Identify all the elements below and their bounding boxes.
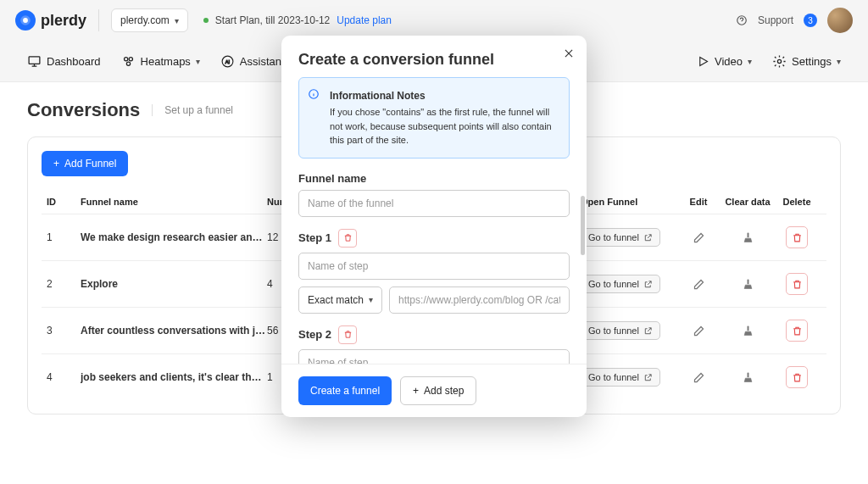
col-name: Funnel name [81,197,267,207]
update-plan-link[interactable]: Update plan [337,14,392,26]
svg-point-6 [126,62,130,65]
svg-marker-9 [700,57,708,65]
trash-icon [792,232,803,243]
add-step-button[interactable]: + Add step [400,376,476,405]
external-link-icon [643,233,653,242]
create-funnel-button[interactable]: Create a funnel [298,376,392,405]
divider [98,9,99,31]
play-icon [697,55,709,68]
modal-title: Create a conversion funnel [298,51,570,69]
delete-step-button[interactable] [338,229,357,248]
broom-icon [742,325,754,337]
clear-button[interactable] [737,273,759,295]
cell-name: After countless conversations with job… [81,325,267,337]
pencil-icon [693,325,705,337]
svg-point-1 [23,18,28,23]
info-body: If you chose "contains" as the first rul… [330,105,559,147]
cell-name: job seekers and clients, it's clear ther… [81,371,267,383]
cell-id: 3 [47,325,81,337]
edit-button[interactable] [687,320,709,342]
info-note: Informational Notes If you chose "contai… [298,77,570,159]
broom-icon [742,371,754,384]
step-1-url-input[interactable] [389,287,570,314]
heatmap-icon [121,54,136,69]
step-1-name-input[interactable] [298,253,570,280]
clear-button[interactable] [737,366,759,388]
chevron-down-icon: ▾ [748,57,752,66]
pencil-icon [693,278,705,291]
funnel-name-input[interactable] [298,190,570,217]
add-funnel-button[interactable]: + Add Funnel [42,151,128,176]
go-to-funnel-button[interactable]: Go to funnel [581,228,660,247]
go-label: Go to funnel [588,372,639,382]
delete-button[interactable] [786,366,808,388]
clear-button[interactable] [737,226,759,248]
delete-button[interactable] [786,320,808,342]
step-2-name-input[interactable] [298,349,570,364]
info-icon [308,88,320,100]
trash-icon [343,233,353,242]
external-link-icon [643,326,653,336]
scrollbar[interactable] [581,196,585,255]
brand-logo[interactable]: plerdy [15,10,86,31]
go-label: Go to funnel [588,279,639,289]
chevron-down-icon: ▾ [369,295,373,304]
svg-text:AI: AI [225,58,231,64]
trash-icon [792,325,803,337]
funnel-name-label: Funnel name [298,172,570,185]
site-selector-label: plerdy.com [120,14,170,26]
clear-button[interactable] [737,320,759,342]
chevron-down-icon: ▾ [837,57,841,66]
add-funnel-label: Add Funnel [64,158,116,170]
cell-id: 4 [47,371,81,383]
support-count-badge: 3 [804,14,817,27]
create-funnel-modal: Create a conversion funnel Informational… [281,36,587,417]
brand-name: plerdy [41,12,86,30]
edit-button[interactable] [687,366,709,388]
go-to-funnel-button[interactable]: Go to funnel [581,275,660,293]
trash-icon [343,330,353,339]
cell-name: Explore [81,278,267,290]
step-2-label: Step 2 [298,328,331,341]
chevron-down-icon: ▾ [175,16,179,25]
nav-label: Assistant [240,55,285,68]
nav-heatmaps[interactable]: Heatmaps ▾ [121,54,200,69]
step-1-label: Step 1 [298,231,331,244]
go-to-funnel-button[interactable]: Go to funnel [581,368,660,387]
ai-icon: AI [220,54,235,69]
svg-point-5 [129,57,132,60]
pencil-icon [693,231,705,244]
external-link-icon [643,280,653,289]
broom-icon [742,231,754,244]
edit-button[interactable] [687,273,709,295]
nav-video[interactable]: Video ▾ [697,55,752,68]
chevron-down-icon: ▾ [196,57,200,66]
svg-point-10 [777,59,781,63]
user-avatar[interactable] [827,8,853,33]
delete-button[interactable] [786,226,808,248]
go-label: Go to funnel [588,325,639,336]
svg-rect-3 [29,56,40,64]
go-label: Go to funnel [588,232,639,242]
pencil-icon [693,371,705,384]
page-title: Conversions [27,99,140,121]
topbar: plerdy plerdy.com ▾ Start Plan, till 202… [0,0,868,41]
external-link-icon [643,373,653,382]
svg-point-4 [124,57,127,60]
go-to-funnel-button[interactable]: Go to funnel [581,321,660,340]
info-title: Informational Notes [330,88,559,103]
nav-settings[interactable]: Settings ▾ [772,54,841,69]
site-selector[interactable]: plerdy.com ▾ [111,8,188,32]
plus-icon: + [413,385,419,397]
match-label: Exact match [308,294,364,306]
close-button[interactable] [563,47,575,59]
delete-button[interactable] [786,273,808,295]
edit-button[interactable] [687,226,709,248]
nav-dashboard[interactable]: Dashboard [27,54,101,69]
support-label[interactable]: Support [758,14,793,26]
trash-icon [792,279,803,290]
delete-step-button[interactable] [338,325,357,344]
nav-label: Settings [792,55,832,68]
match-type-select[interactable]: Exact match ▾ [298,287,382,314]
plan-info: Start Plan, till 2023-10-12 Update plan [203,14,392,26]
